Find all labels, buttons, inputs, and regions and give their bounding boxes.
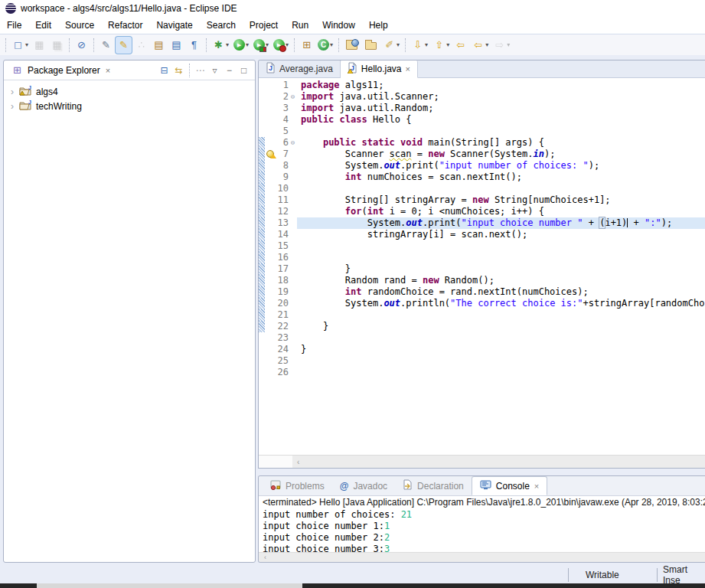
code-text[interactable]: System.out.print("input choice number " … [297,217,705,229]
console-horizontal-scrollbar[interactable]: ‹ [259,552,705,562]
tree-item-algs4[interactable]: ›J!algs4 [5,84,253,99]
code-text[interactable]: public static void main(String[] args) { [297,137,705,149]
last-edit-location-button[interactable]: ⇦ [452,37,468,54]
open-task-button[interactable]: ✎ [98,37,114,54]
minimize-icon[interactable]: − [222,66,237,75]
annotation-gutter[interactable] [265,194,276,206]
new-java-class-button[interactable]: C▾ [316,37,335,54]
code-text[interactable]: int numChoices = scan.nextInt(); [297,172,705,183]
annotation-gutter[interactable] [265,309,276,321]
tab-declaration[interactable]: Declaration [395,476,472,495]
code-text[interactable] [297,240,705,252]
dropdown-arrow-icon[interactable]: ▾ [397,41,400,48]
editor-body[interactable]: 1package algs11;2⊖import java.util.Scann… [259,78,705,455]
code-text[interactable]: Random rand = new Random(); [297,275,705,286]
mark-occurrences-button[interactable]: ✎ [116,37,132,54]
maximize-icon[interactable]: □ [237,66,251,75]
menu-item-window[interactable]: Window [315,18,362,33]
code-line[interactable]: 21 [259,309,705,321]
annotation-gutter[interactable] [265,126,276,137]
close-icon[interactable]: × [406,64,410,74]
code-line[interactable]: 5 [259,126,705,137]
code-line[interactable]: 22 } [259,321,705,332]
code-line[interactable]: 11 String[] stringArray = new String[num… [259,194,705,206]
code-text[interactable]: } [297,263,705,275]
menu-item-source[interactable]: Source [58,18,101,33]
package-explorer-tab[interactable]: ⊞ Package Explorer × [8,65,113,76]
code-line[interactable]: 14 stringArray[i] = scan.next(); [259,229,705,240]
annotation-gutter[interactable] [265,263,276,275]
scroll-left-icon[interactable]: ‹ [297,458,299,466]
code-text[interactable]: int randomChoice = rand.nextInt(numChoic… [297,286,705,298]
search-button[interactable]: ✐▾ [381,37,401,54]
code-line[interactable]: 15 [259,240,705,252]
code-text[interactable]: stringArray[i] = scan.next(); [297,229,705,240]
annotation-gutter[interactable] [265,332,276,344]
annotation-gutter[interactable] [265,149,276,160]
view-menu-icon[interactable]: ▿ [207,66,222,75]
menu-item-search[interactable]: Search [200,18,243,33]
code-text[interactable] [297,183,705,194]
debug-button[interactable]: ✱▾ [211,37,230,54]
profile-button[interactable]: ▾ [272,37,290,54]
console-output[interactable]: input number of choices: 21input choice … [259,509,705,555]
annotation-gutter[interactable] [265,114,276,126]
code-text[interactable]: package algs11; [297,80,705,91]
code-line[interactable]: 26 [259,367,705,378]
open-type-button[interactable] [343,37,361,54]
menu-item-edit[interactable]: Edit [28,18,58,33]
dropdown-arrow-icon[interactable]: ▾ [425,41,428,48]
annotation-gutter[interactable] [265,137,276,149]
menu-item-navigate[interactable]: Navigate [149,18,199,33]
annotation-gutter[interactable] [265,344,276,355]
editor-tab-hello-java[interactable]: JHello.java× [341,60,418,78]
expand-chevron-icon[interactable]: › [8,101,16,112]
tab-console[interactable]: Console× [472,476,547,495]
collapse-all-icon[interactable]: ⊟ [157,66,171,75]
annotation-gutter[interactable] [265,217,276,229]
back-button[interactable]: ⇦▾ [470,37,490,54]
code-text[interactable] [297,332,705,344]
annotation-gutter[interactable] [265,240,276,252]
fold-collapse-icon[interactable]: ⊖ [289,91,297,103]
run-button[interactable]: ▾ [232,37,250,54]
code-line[interactable]: 1package algs11; [259,80,705,91]
code-line[interactable]: 3import java.util.Random; [259,103,705,114]
close-icon[interactable]: × [534,482,539,491]
code-area[interactable]: 1package algs11;2⊖import java.util.Scann… [259,78,705,378]
link-with-editor-icon[interactable]: ⇆ [171,66,186,75]
annotation-gutter[interactable] [265,275,276,286]
menu-item-help[interactable]: Help [362,18,395,33]
code-text[interactable] [297,309,705,321]
dropdown-arrow-icon[interactable]: ▾ [246,41,249,48]
code-text[interactable] [297,367,705,378]
code-text[interactable] [297,355,705,367]
code-line[interactable]: 12 for(int i = 0; i <numChoices; i++) { [259,206,705,217]
annotation-gutter[interactable] [265,252,276,263]
open-resource-button[interactable] [362,37,380,54]
annotation-gutter[interactable] [265,206,276,217]
code-text[interactable]: } [297,321,705,332]
close-icon[interactable]: × [106,66,110,75]
show-whitespace-button[interactable]: ¶ [186,37,202,54]
new-java-project-button[interactable]: ⊞ [299,37,315,54]
previous-annotation-button[interactable]: ⇧▾ [431,37,451,54]
annotation-gutter[interactable] [265,229,276,240]
code-line[interactable]: 17 } [259,263,705,275]
fold-collapse-icon[interactable]: ⊖ [289,137,297,149]
code-line[interactable]: 6⊖ public static void main(String[] args… [259,137,705,149]
code-line[interactable]: 19 int randomChoice = rand.nextInt(numCh… [259,286,705,298]
code-line[interactable]: 7 Scanner scan = new Scanner(System.in); [259,149,705,160]
title-bar[interactable]: workspace - algs4/src/algs11/Hello.java … [0,0,705,17]
code-line[interactable]: 13 System.out.print("input choice number… [259,217,705,229]
code-text[interactable]: System.out.println("The correct choice i… [297,298,705,309]
menu-item-refactor[interactable]: Refactor [101,18,149,33]
tab-problems[interactable]: Problems [263,476,332,495]
code-text[interactable] [297,126,705,137]
code-text[interactable]: Scanner scan = new Scanner(System.in); [297,149,705,160]
dropdown-arrow-icon[interactable]: ▾ [226,41,229,48]
code-line[interactable]: 2⊖import java.util.Scanner; [259,91,705,103]
code-text[interactable]: import java.util.Scanner; [297,91,705,103]
annotation-gutter[interactable] [265,91,276,103]
code-line[interactable]: 4public class Hello { [259,114,705,126]
